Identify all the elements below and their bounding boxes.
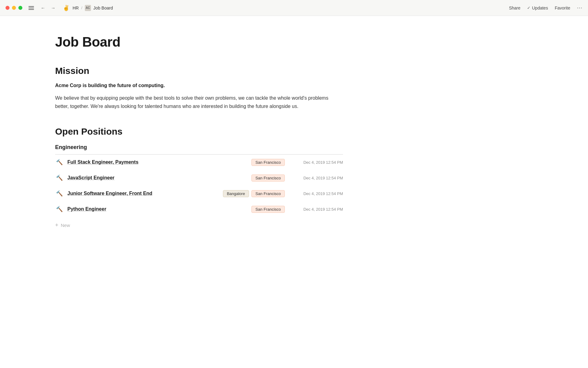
close-button[interactable] — [6, 6, 9, 10]
position-tags-1: San Francisco — [251, 159, 285, 166]
tag-san-francisco-4: San Francisco — [251, 206, 285, 213]
position-title-2: JavaScript Engineer — [67, 175, 251, 181]
mission-section-title: Mission — [55, 66, 343, 76]
tag-san-francisco-2: San Francisco — [251, 174, 285, 182]
sidebar-toggle-button[interactable] — [28, 6, 34, 10]
updates-button[interactable]: ✓ Updates — [527, 6, 548, 10]
tag-san-francisco-1: San Francisco — [251, 159, 285, 166]
breadcrumb-parent[interactable]: HR — [73, 6, 79, 10]
favorite-button[interactable]: Favorite — [555, 6, 570, 10]
position-tags-2: San Francisco — [251, 174, 285, 182]
breadcrumb-icon: AC — [85, 5, 91, 11]
mission-body-text: We believe that by equipping people with… — [55, 94, 343, 110]
page-title: Job Board — [55, 34, 343, 50]
check-icon: ✓ — [527, 6, 530, 10]
list-item[interactable]: 🔨 Full Stack Engineer, Payments San Fran… — [55, 155, 343, 170]
forward-button[interactable]: → — [50, 5, 57, 11]
breadcrumb: HR / AC Job Board — [73, 5, 113, 11]
titlebar-actions: Share ✓ Updates Favorite ··· — [509, 5, 582, 11]
plus-icon: + — [55, 222, 58, 228]
position-date-2: Dec 4, 2019 12:54 PM — [294, 176, 343, 180]
engineering-category: Engineering 🔨 Full Stack Engineer, Payme… — [55, 144, 343, 232]
breadcrumb-separator: / — [81, 6, 82, 10]
open-positions-title: Open Positions — [55, 126, 343, 137]
position-icon-4: 🔨 — [55, 206, 64, 213]
position-icon-2: 🔨 — [55, 174, 64, 181]
minimize-button[interactable] — [12, 6, 16, 10]
maximize-button[interactable] — [18, 6, 22, 10]
tag-bangalore: Bangalore — [223, 190, 249, 197]
list-item[interactable]: 🔨 Python Engineer San Francisco Dec 4, 2… — [55, 201, 343, 217]
position-title-1: Full Stack Engineer, Payments — [67, 159, 251, 165]
position-title-3: Junior Software Engineer, Front End — [67, 191, 223, 196]
breadcrumb-current[interactable]: Job Board — [93, 6, 113, 10]
traffic-lights — [6, 6, 22, 10]
position-icon-3: 🔨 — [55, 190, 64, 197]
back-button[interactable]: ← — [40, 5, 47, 11]
share-button[interactable]: Share — [509, 6, 520, 10]
list-item[interactable]: 🔨 JavaScript Engineer San Francisco Dec … — [55, 170, 343, 186]
new-button-label: New — [61, 223, 70, 228]
list-item[interactable]: 🔨 Junior Software Engineer, Front End Ba… — [55, 186, 343, 201]
position-title-4: Python Engineer — [67, 206, 251, 212]
category-title-engineering: Engineering — [55, 144, 343, 154]
position-tags-3: Bangalore San Francisco — [223, 190, 285, 197]
position-date-4: Dec 4, 2019 12:54 PM — [294, 207, 343, 212]
tag-san-francisco-3: San Francisco — [251, 190, 285, 197]
main-content: Job Board Mission Acme Corp is building … — [0, 16, 398, 262]
nav-arrows: ← → — [40, 5, 57, 11]
position-date-3: Dec 4, 2019 12:54 PM — [294, 191, 343, 196]
position-date-1: Dec 4, 2019 12:54 PM — [294, 160, 343, 165]
position-icon-1: 🔨 — [55, 159, 64, 166]
position-tags-4: San Francisco — [251, 206, 285, 213]
more-options-button[interactable]: ··· — [577, 5, 582, 11]
new-position-button[interactable]: + New — [55, 219, 343, 232]
wave-emoji: ✌️ — [63, 5, 70, 11]
titlebar: ← → ✌️ HR / AC Job Board Share ✓ Updates… — [0, 0, 588, 16]
mission-bold-text: Acme Corp is building the future of comp… — [55, 82, 343, 90]
